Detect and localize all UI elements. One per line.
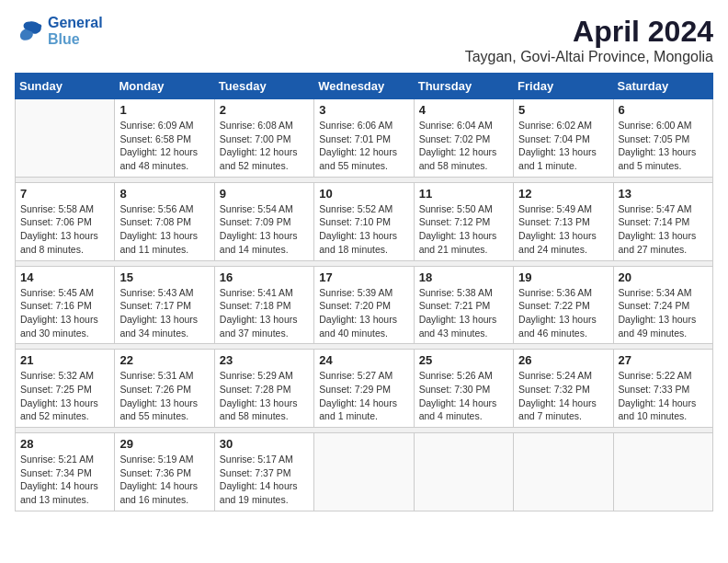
weekday-header: Monday — [115, 74, 214, 99]
day-number: 5 — [518, 103, 608, 117]
day-number: 21 — [20, 353, 109, 367]
calendar-cell: 3Sunrise: 6:06 AMSunset: 7:01 PMDaylight… — [314, 99, 414, 178]
day-info: Sunrise: 5:21 AMSunset: 7:34 PMDaylight:… — [20, 453, 109, 507]
day-number: 14 — [20, 270, 109, 284]
day-number: 2 — [220, 103, 309, 117]
calendar-cell: 16Sunrise: 5:41 AMSunset: 7:18 PMDayligh… — [214, 266, 313, 344]
day-number: 10 — [319, 187, 408, 201]
calendar-cell — [414, 433, 513, 511]
day-number: 26 — [518, 353, 608, 367]
day-number: 13 — [619, 187, 708, 201]
page-subtitle: Taygan, Govi-Altai Province, Mongolia — [465, 49, 713, 65]
day-number: 6 — [619, 103, 708, 117]
day-info: Sunrise: 6:02 AMSunset: 7:04 PMDaylight:… — [518, 119, 608, 173]
day-number: 28 — [20, 437, 109, 451]
day-info: Sunrise: 5:49 AMSunset: 7:13 PMDaylight:… — [518, 202, 608, 257]
calendar-cell: 25Sunrise: 5:26 AMSunset: 7:30 PMDayligh… — [414, 350, 513, 428]
calendar-cell: 23Sunrise: 5:29 AMSunset: 7:28 PMDayligh… — [214, 350, 313, 428]
weekday-header: Wednesday — [314, 74, 414, 99]
day-number: 19 — [518, 270, 608, 284]
day-info: Sunrise: 5:32 AMSunset: 7:25 PMDaylight:… — [20, 369, 109, 423]
day-info: Sunrise: 6:04 AMSunset: 7:02 PMDaylight:… — [419, 119, 508, 173]
weekday-header: Sunday — [16, 74, 115, 99]
day-info: Sunrise: 5:36 AMSunset: 7:22 PMDaylight:… — [518, 286, 608, 340]
calendar-cell: 9Sunrise: 5:54 AMSunset: 7:09 PMDaylight… — [214, 182, 313, 260]
calendar-cell: 27Sunrise: 5:22 AMSunset: 7:33 PMDayligh… — [613, 350, 712, 428]
day-number: 30 — [220, 437, 309, 451]
calendar-week-row: 1Sunrise: 6:09 AMSunset: 6:58 PMDaylight… — [16, 99, 713, 178]
day-info: Sunrise: 5:45 AMSunset: 7:16 PMDaylight:… — [20, 286, 109, 340]
day-info: Sunrise: 6:00 AMSunset: 7:05 PMDaylight:… — [619, 119, 708, 173]
calendar-header-row: SundayMondayTuesdayWednesdayThursdayFrid… — [16, 74, 713, 99]
page-title: April 2024 — [465, 15, 713, 49]
day-number: 18 — [419, 270, 508, 284]
day-number: 24 — [319, 353, 408, 367]
day-info: Sunrise: 5:50 AMSunset: 7:12 PMDaylight:… — [419, 202, 508, 257]
calendar-cell: 12Sunrise: 5:49 AMSunset: 7:13 PMDayligh… — [514, 182, 613, 260]
day-info: Sunrise: 5:22 AMSunset: 7:33 PMDaylight:… — [619, 369, 708, 423]
calendar-cell — [613, 433, 712, 511]
calendar-cell: 10Sunrise: 5:52 AMSunset: 7:10 PMDayligh… — [314, 182, 414, 260]
day-number: 1 — [119, 103, 209, 117]
calendar-cell — [514, 433, 613, 511]
calendar-cell: 15Sunrise: 5:43 AMSunset: 7:17 PMDayligh… — [115, 266, 214, 344]
weekday-header: Saturday — [613, 74, 712, 99]
day-info: Sunrise: 5:47 AMSunset: 7:14 PMDaylight:… — [619, 202, 708, 257]
calendar-cell: 4Sunrise: 6:04 AMSunset: 7:02 PMDaylight… — [414, 99, 513, 178]
calendar-cell: 22Sunrise: 5:31 AMSunset: 7:26 PMDayligh… — [115, 350, 214, 428]
day-info: Sunrise: 5:39 AMSunset: 7:20 PMDaylight:… — [319, 286, 408, 340]
calendar-cell: 8Sunrise: 5:56 AMSunset: 7:08 PMDaylight… — [115, 182, 214, 260]
day-info: Sunrise: 6:06 AMSunset: 7:01 PMDaylight:… — [319, 119, 408, 173]
calendar-cell: 30Sunrise: 5:17 AMSunset: 7:37 PMDayligh… — [214, 433, 313, 511]
calendar-cell — [314, 433, 414, 511]
calendar-cell: 2Sunrise: 6:08 AMSunset: 7:00 PMDaylight… — [214, 99, 313, 178]
calendar-cell: 21Sunrise: 5:32 AMSunset: 7:25 PMDayligh… — [16, 350, 115, 428]
day-number: 9 — [220, 187, 309, 201]
day-number: 23 — [220, 353, 309, 367]
day-number: 4 — [419, 103, 508, 117]
calendar-cell — [16, 99, 115, 178]
day-info: Sunrise: 6:09 AMSunset: 6:58 PMDaylight:… — [119, 119, 209, 173]
weekday-header: Tuesday — [214, 74, 313, 99]
day-number: 15 — [119, 270, 209, 284]
day-number: 25 — [419, 353, 508, 367]
calendar-cell: 24Sunrise: 5:27 AMSunset: 7:29 PMDayligh… — [314, 350, 414, 428]
day-number: 8 — [119, 187, 209, 201]
day-info: Sunrise: 5:26 AMSunset: 7:30 PMDaylight:… — [419, 369, 508, 423]
day-number: 27 — [619, 353, 708, 367]
day-number: 16 — [220, 270, 309, 284]
logo-bird-icon — [15, 18, 44, 44]
title-block: April 2024 Taygan, Govi-Altai Province, … — [465, 15, 713, 65]
day-info: Sunrise: 5:19 AMSunset: 7:36 PMDaylight:… — [119, 453, 209, 507]
day-info: Sunrise: 5:52 AMSunset: 7:10 PMDaylight:… — [319, 202, 408, 257]
calendar-cell: 19Sunrise: 5:36 AMSunset: 7:22 PMDayligh… — [514, 266, 613, 344]
weekday-header: Thursday — [414, 74, 513, 99]
day-info: Sunrise: 5:43 AMSunset: 7:17 PMDaylight:… — [119, 286, 209, 340]
day-number: 17 — [319, 270, 408, 284]
calendar-cell: 29Sunrise: 5:19 AMSunset: 7:36 PMDayligh… — [115, 433, 214, 511]
calendar-cell: 17Sunrise: 5:39 AMSunset: 7:20 PMDayligh… — [314, 266, 414, 344]
calendar-week-row: 14Sunrise: 5:45 AMSunset: 7:16 PMDayligh… — [16, 266, 713, 344]
weekday-header: Friday — [514, 74, 613, 99]
day-number: 29 — [119, 437, 209, 451]
day-info: Sunrise: 6:08 AMSunset: 7:00 PMDaylight:… — [220, 119, 309, 173]
day-info: Sunrise: 5:17 AMSunset: 7:37 PMDaylight:… — [220, 453, 309, 507]
calendar-table: SundayMondayTuesdayWednesdayThursdayFrid… — [15, 73, 713, 511]
calendar-cell: 7Sunrise: 5:58 AMSunset: 7:06 PMDaylight… — [16, 182, 115, 260]
calendar-cell: 20Sunrise: 5:34 AMSunset: 7:24 PMDayligh… — [613, 266, 712, 344]
calendar-week-row: 28Sunrise: 5:21 AMSunset: 7:34 PMDayligh… — [16, 433, 713, 511]
page-header: General Blue April 2024 Taygan, Govi-Alt… — [15, 15, 713, 65]
logo-text: General Blue — [48, 15, 103, 48]
calendar-cell: 1Sunrise: 6:09 AMSunset: 6:58 PMDaylight… — [115, 99, 214, 178]
calendar-cell: 28Sunrise: 5:21 AMSunset: 7:34 PMDayligh… — [16, 433, 115, 511]
day-number: 12 — [518, 187, 608, 201]
day-info: Sunrise: 5:29 AMSunset: 7:28 PMDaylight:… — [220, 369, 309, 423]
day-number: 3 — [319, 103, 408, 117]
day-number: 20 — [619, 270, 708, 284]
day-info: Sunrise: 5:56 AMSunset: 7:08 PMDaylight:… — [119, 202, 209, 257]
calendar-week-row: 21Sunrise: 5:32 AMSunset: 7:25 PMDayligh… — [16, 350, 713, 428]
calendar-week-row: 7Sunrise: 5:58 AMSunset: 7:06 PMDaylight… — [16, 182, 713, 260]
day-info: Sunrise: 5:31 AMSunset: 7:26 PMDaylight:… — [119, 369, 209, 423]
day-info: Sunrise: 5:54 AMSunset: 7:09 PMDaylight:… — [220, 202, 309, 257]
calendar-cell: 13Sunrise: 5:47 AMSunset: 7:14 PMDayligh… — [613, 182, 712, 260]
